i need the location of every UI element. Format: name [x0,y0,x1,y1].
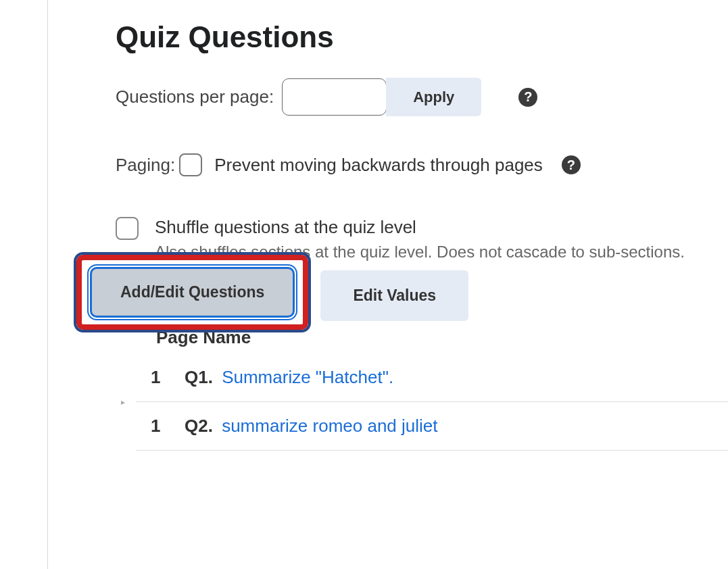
drag-handle-icon[interactable]: ▸ [121,397,125,407]
shuffle-checkbox[interactable] [116,217,139,240]
page-title: Quiz Questions [116,20,728,54]
help-icon[interactable]: ? [518,88,537,107]
questions-per-page-label: Questions per page: [116,86,274,107]
table-header-page-name: Page Name [156,327,728,348]
question-prefix: Q1. [185,367,213,387]
question-link[interactable]: Summarize "Hatchet". [222,367,393,387]
question-page-number: 1 [151,416,185,437]
highlight-annotation: Add/Edit Questions [76,255,308,330]
question-label: Q1. Summarize "Hatchet". [185,367,393,388]
table-row: 1 Q1. Summarize "Hatchet". ▸ [136,353,728,402]
paging-checkbox[interactable] [179,153,202,176]
action-buttons-row: Add/Edit Questions Edit Values [76,255,728,330]
question-label: Q2. summarize romeo and juliet [185,416,438,437]
paging-label: Paging: [116,155,175,176]
questions-per-page-input[interactable] [282,78,387,116]
apply-button[interactable]: Apply [386,78,481,116]
add-edit-questions-button[interactable]: Add/Edit Questions [90,267,295,318]
shuffle-row: Shuffle questions at the quiz level [116,217,728,240]
shuffle-label: Shuffle questions at the quiz level [155,217,416,238]
question-list: 1 Q1. Summarize "Hatchet". ▸ 1 Q2. summa… [136,353,728,451]
paging-row: Paging: Prevent moving backwards through… [116,153,728,176]
question-page-number: 1 [151,367,185,388]
question-prefix: Q2. [185,416,213,436]
paging-text: Prevent moving backwards through pages [214,155,543,176]
help-icon[interactable]: ? [562,155,581,174]
question-link[interactable]: summarize romeo and juliet [222,416,437,436]
table-row: 1 Q2. summarize romeo and juliet [136,402,728,451]
questions-per-page-row: Questions per page: Apply ? [116,78,728,116]
edit-values-button[interactable]: Edit Values [320,270,468,321]
